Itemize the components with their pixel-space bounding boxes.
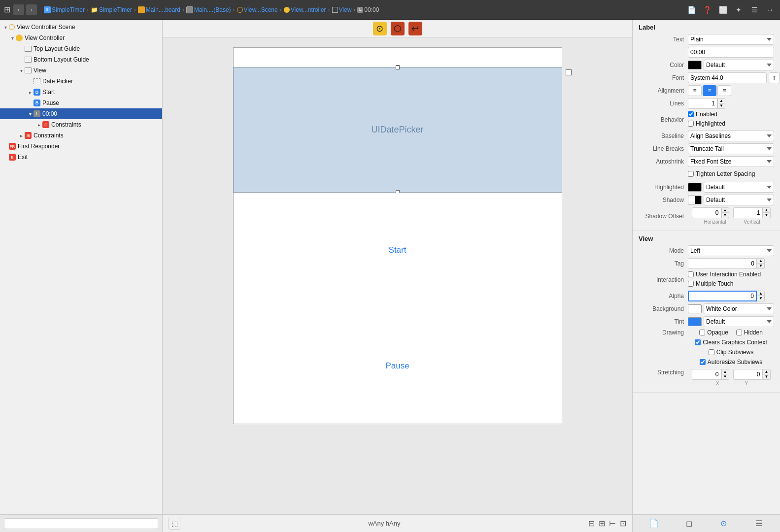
breadcrumb-viewscene[interactable]: View...Scene xyxy=(237,6,278,13)
lines-decrement[interactable]: ▼ xyxy=(717,103,725,109)
pause-button-canvas[interactable]: Pause xyxy=(385,361,409,371)
tree-item-constraints-sub[interactable]: ⊞ Constraints xyxy=(0,119,162,130)
disclosure-constraints-sub[interactable] xyxy=(35,121,42,128)
breadcrumb-simpletimer-folder[interactable]: 📁 SimpleTimer xyxy=(91,6,132,13)
tint-select[interactable]: Default xyxy=(704,316,774,327)
star-icon[interactable]: ✦ xyxy=(733,4,745,16)
tree-item-pause[interactable]: B Pause xyxy=(0,98,162,108)
shadow-h-inc[interactable]: ▲ xyxy=(721,207,729,213)
breadcrumb-mainboard[interactable]: Main....board xyxy=(138,6,180,13)
canvas-icon-circle[interactable]: ⊙ xyxy=(373,22,387,35)
stretch-y-dec[interactable]: ▼ xyxy=(763,374,771,380)
alpha-inc[interactable]: ▲ xyxy=(757,291,765,296)
font-input[interactable]: System 44.0 xyxy=(688,72,767,83)
tree-item-constraints[interactable]: ⊞ Constraints xyxy=(0,130,162,141)
tree-item-view[interactable]: View xyxy=(0,65,162,76)
hidden-checkbox[interactable] xyxy=(736,330,742,335)
align-icon[interactable]: ⊟ xyxy=(588,519,595,528)
stretch-y-input[interactable]: 0 xyxy=(733,369,763,380)
shadow-v-input[interactable]: -1 xyxy=(733,207,763,218)
enabled-checkbox[interactable] xyxy=(688,111,694,117)
background-select[interactable]: White Color xyxy=(704,303,774,314)
tree-item-exit[interactable]: E Exit xyxy=(0,152,162,163)
highlighted-color-select[interactable]: Default xyxy=(704,182,774,193)
disclosure-view[interactable] xyxy=(18,67,25,74)
stretch-x-dec[interactable]: ▼ xyxy=(721,374,729,380)
shadow-h-input[interactable]: 0 xyxy=(692,207,721,218)
resize-handle-top2[interactable] xyxy=(396,66,400,69)
inspector-icon-box[interactable]: ◻ xyxy=(682,517,696,531)
navigator-search-input[interactable] xyxy=(4,518,158,529)
stretch-x-input[interactable]: 0 xyxy=(692,369,721,380)
shadow-v-dec[interactable]: ▼ xyxy=(763,213,771,218)
autoresize-checkbox[interactable] xyxy=(700,359,706,365)
disclosure-start[interactable] xyxy=(27,89,34,96)
lines-input[interactable]: 1 xyxy=(688,98,717,109)
clears-checkbox[interactable] xyxy=(695,339,701,345)
frame-icon-left[interactable]: ⬚ xyxy=(169,518,180,530)
tree-item-top-layout[interactable]: Top Layout Guide xyxy=(0,43,162,54)
user-interaction-checkbox[interactable] xyxy=(688,271,694,277)
corner-handle[interactable] xyxy=(566,69,572,75)
disclosure-vc-scene[interactable] xyxy=(2,24,9,31)
disclosure-constraints[interactable] xyxy=(18,132,25,139)
text-content-input[interactable]: 00:00 xyxy=(688,47,774,58)
disclosure-00-00[interactable] xyxy=(27,110,34,117)
multiple-touch-checkbox[interactable] xyxy=(688,281,694,287)
tint-swatch[interactable] xyxy=(688,317,702,326)
color-select[interactable]: Default xyxy=(704,60,774,70)
clip-checkbox[interactable] xyxy=(709,349,714,355)
highlighted-color-swatch[interactable] xyxy=(688,183,702,192)
opaque-checkbox[interactable] xyxy=(699,330,705,335)
tree-item-start[interactable]: B Start xyxy=(0,87,162,98)
align-left-button[interactable]: ≡ xyxy=(688,85,702,96)
canvas-icon-grid[interactable]: ↩ xyxy=(408,22,422,35)
text-type-select[interactable]: Plain xyxy=(688,34,774,45)
help-icon[interactable]: ❓ xyxy=(701,4,713,16)
highlighted-checkbox[interactable] xyxy=(688,121,694,127)
disclosure-vc[interactable] xyxy=(9,34,16,41)
lines-increment[interactable]: ▲ xyxy=(717,98,725,103)
nav-forward-button[interactable]: › xyxy=(26,4,37,15)
tree-item-vc-scene[interactable]: View Controller Scene xyxy=(0,22,162,33)
start-button-canvas[interactable]: Start xyxy=(389,245,407,255)
inspector-icon-file[interactable]: 📄 xyxy=(647,517,661,531)
pin-icon[interactable]: ⊞ xyxy=(599,519,605,528)
shadow-select[interactable]: Default xyxy=(704,195,774,205)
nav-back-button[interactable]: ‹ xyxy=(13,4,24,15)
breadcrumb-simpletimer-file[interactable]: S SimpleTimer xyxy=(44,6,85,13)
device-icon[interactable]: ⬜ xyxy=(717,4,729,16)
stretch-x-inc[interactable]: ▲ xyxy=(721,369,729,374)
font-size-button[interactable]: T xyxy=(769,72,780,83)
baseline-select[interactable]: Align Baselines xyxy=(688,131,774,141)
breadcrumb-mainbase[interactable]: Main....(Base) xyxy=(186,6,231,13)
alpha-input[interactable]: 0 xyxy=(688,291,757,301)
tree-item-00-00[interactable]: L 00:00 xyxy=(0,108,162,119)
color-swatch[interactable] xyxy=(688,61,702,69)
embed-icon[interactable]: ⊡ xyxy=(620,519,626,528)
tag-inc[interactable]: ▲ xyxy=(757,258,765,264)
align-right-button[interactable]: ≡ xyxy=(717,85,731,96)
breadcrumb-label[interactable]: L 00:00 xyxy=(357,6,379,13)
stretch-y-inc[interactable]: ▲ xyxy=(763,369,771,374)
tighten-checkbox[interactable] xyxy=(688,171,694,177)
canvas-icon-box[interactable]: ⬡ xyxy=(391,22,405,35)
shadow-v-inc[interactable]: ▲ xyxy=(763,207,771,213)
mode-select[interactable]: Left xyxy=(688,245,774,256)
autoshrink-select[interactable]: Fixed Font Size xyxy=(688,156,774,167)
panel-icon[interactable]: ☰ xyxy=(748,4,760,16)
align-center-button[interactable]: ≡ xyxy=(703,85,716,96)
linebreaks-select[interactable]: Truncate Tail xyxy=(688,143,774,154)
breadcrumb-view[interactable]: View xyxy=(332,6,352,13)
arrows-icon[interactable]: ↔ xyxy=(764,4,776,16)
file-icon[interactable]: 📄 xyxy=(685,4,697,16)
inspector-icon-circle-active[interactable]: ⊙ xyxy=(717,517,731,531)
breadcrumb-viewcontroller[interactable]: View...ntroller xyxy=(284,6,326,13)
tree-item-vc[interactable]: View Controller xyxy=(0,33,162,43)
tree-item-first-responder[interactable]: FR First Responder xyxy=(0,141,162,152)
shadow-h-dec[interactable]: ▼ xyxy=(721,213,729,218)
tag-input[interactable]: 0 xyxy=(688,258,757,269)
tag-dec[interactable]: ▼ xyxy=(757,264,765,269)
grid-icon[interactable]: ⊞ xyxy=(4,5,10,14)
alpha-dec[interactable]: ▼ xyxy=(757,296,765,301)
